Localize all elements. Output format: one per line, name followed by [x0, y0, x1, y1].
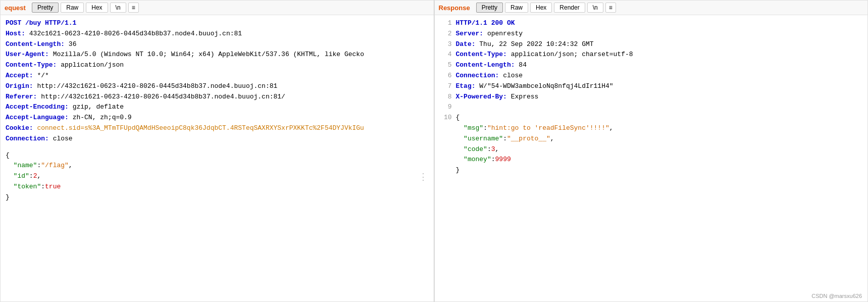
req-line-1: POST /buy HTTP/1.1 [6, 18, 429, 29]
request-title: equest [5, 4, 26, 12]
req-line-12: Connection: close [6, 134, 429, 144]
req-line-9: Accept-Encoding: gzip, deflate [6, 102, 429, 113]
resp-line-6: 6Connection: close [440, 71, 863, 81]
response-tab-raw[interactable]: Raw [505, 3, 528, 13]
request-tab-menu[interactable]: ≡ [128, 3, 139, 13]
response-header: Response Pretty Raw Hex Render \n ≡ [435, 1, 868, 15]
main-container: equest Pretty Raw Hex \n ≡ POST /buy HTT… [0, 0, 868, 302]
resp-line-4: 4Content-Type: application/json; charset… [440, 49, 863, 60]
response-panel: Response Pretty Raw Hex Render \n ≡ 1HTT… [434, 0, 869, 302]
req-line-11: Cookie: connect.sid=s%3A_MTmTFUpdQAMdHSe… [6, 123, 429, 134]
req-line-5: Content-Type: application/json [6, 60, 429, 71]
resp-body-msg: "msg":"hint:go to 'readFileSync'!!!!", [440, 123, 863, 134]
req-body-3: "id":2, [6, 171, 429, 182]
request-panel: equest Pretty Raw Hex \n ≡ POST /buy HTT… [0, 0, 434, 302]
resp-body-code: "code":3, [440, 144, 863, 155]
req-line-3: Content-Length: 36 [6, 39, 429, 50]
req-line-2: Host: 432c1621-0623-4210-8026-0445d34b8b… [6, 29, 429, 39]
request-body-section: { "name":"/flag", "id":2, "token":true }… [6, 150, 429, 203]
request-header: equest Pretty Raw Hex \n ≡ [1, 1, 434, 15]
resp-body-close: } [440, 165, 863, 176]
resp-line-8: 8X-Powered-By: Express [440, 92, 863, 103]
response-title: Response [439, 4, 470, 12]
resp-line-2: 2Server: openresty [440, 29, 863, 39]
response-tab-pretty[interactable]: Pretty [476, 3, 503, 13]
response-tab-menu[interactable]: ≡ [605, 3, 616, 13]
request-tab-raw[interactable]: Raw [61, 3, 84, 13]
resp-line-7: 7Etag: W/"54-WDW3ambceloNq8nfqj4LdIr11H4… [440, 81, 863, 92]
drag-handle[interactable]: ⋮ [419, 171, 428, 182]
req-line-7: Origin: http://432c1621-0623-4210-8026-0… [6, 81, 429, 92]
resp-line-3: 3Date: Thu, 22 Sep 2022 10:24:32 GMT [440, 39, 863, 50]
response-content: 1HTTP/1.1 200 OK 2Server: openresty 3Dat… [435, 15, 868, 301]
resp-body-username: "username":"__proto__", [440, 134, 863, 144]
req-line-4: User-Agent: Mozilla/5.0 (Windows NT 10.0… [6, 49, 429, 60]
resp-line-5: 5Content-Length: 84 [440, 60, 863, 71]
req-line-6: Accept: */* [6, 71, 429, 81]
req-body-1: { [6, 150, 429, 161]
response-tab-render[interactable]: Render [554, 3, 585, 13]
request-tab-newline[interactable]: \n [110, 3, 126, 13]
req-body-5: } [6, 192, 429, 203]
request-tab-pretty[interactable]: Pretty [32, 3, 59, 13]
watermark: CSDN @marsxu626 [811, 293, 862, 299]
request-content: POST /buy HTTP/1.1 Host: 432c1621-0623-4… [1, 15, 434, 301]
response-tab-hex[interactable]: Hex [530, 3, 552, 13]
req-line-8: Referer: http://432c1621-0623-4210-8026-… [6, 92, 429, 103]
req-line-10: Accept-Language: zh-CN, zh;q=0.9 [6, 113, 429, 123]
request-tab-hex[interactable]: Hex [86, 3, 108, 13]
req-body-2: "name":"/flag", [6, 161, 429, 171]
resp-line-9: 9 [440, 102, 863, 113]
resp-line-1: 1HTTP/1.1 200 OK [440, 18, 863, 29]
resp-line-10: 10{ [440, 113, 863, 123]
resp-body-money: "money":9999 [440, 155, 863, 165]
req-body-4: "token":true [6, 182, 429, 192]
response-tab-newline[interactable]: \n [587, 3, 603, 13]
